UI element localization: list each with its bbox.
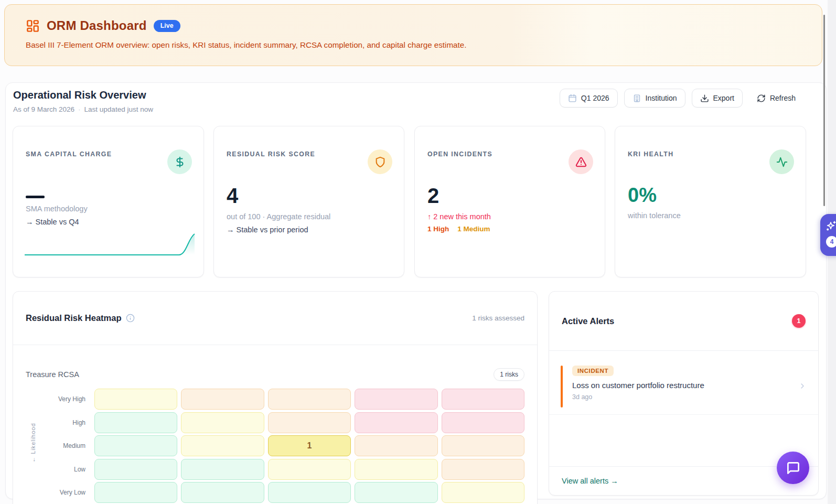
export-button[interactable]: Export [692, 89, 743, 108]
alerts-title: Active Alerts [562, 316, 614, 326]
heatmap-row: Very Low [26, 482, 524, 503]
heatmap-cell[interactable] [442, 435, 524, 456]
section-title: Operational Risk Overview [13, 89, 146, 101]
row-label: Very High [26, 389, 91, 410]
heatmap-cell[interactable] [442, 412, 524, 433]
kpi-value: 2 [427, 185, 593, 206]
heatmap-cell[interactable] [268, 482, 351, 503]
page-title: ORM Dashboard [47, 18, 147, 33]
heatmap-row: High [26, 412, 524, 433]
heatmap-cell[interactable] [94, 412, 177, 433]
kpi-trend: → Stable vs prior period [227, 226, 392, 234]
heatmap-cell[interactable] [442, 482, 524, 503]
live-badge: Live [154, 20, 180, 32]
triangle-alert-icon [569, 149, 593, 174]
institution-filter-button[interactable]: Institution [624, 89, 685, 108]
layout-dashboard-icon [26, 19, 40, 33]
kpi-value: 0% [628, 185, 794, 205]
view-all-alerts-link[interactable]: View all alerts → [562, 477, 618, 485]
building-icon [633, 94, 641, 103]
kpi-trend: → Stable vs Q4 [26, 218, 192, 226]
risks-assessed-count: 1 risks assessed [472, 314, 524, 322]
section-subtitle: As of 9 March 2026·Last updated just now [13, 105, 153, 113]
assistant-notification-badge: 4 [826, 236, 836, 248]
heatmap-cell[interactable] [94, 435, 177, 456]
rcsa-group-label: Treasure RCSA [26, 370, 79, 379]
medium-severity-count: 1 Medium [457, 225, 490, 233]
as-of-date: As of 9 March 2026 [13, 105, 74, 113]
kpi-new-this-month: ↑ 2 new this month [427, 212, 593, 221]
shield-icon [368, 149, 392, 174]
heatmap-cell[interactable] [181, 459, 264, 480]
kpi-severity-breakdown: 1 High1 Medium [427, 225, 593, 233]
row-label: High [26, 412, 91, 433]
kpi-label: RESIDUAL RISK SCORE [227, 151, 392, 158]
alert-list-item[interactable]: INCIDENT Loss on customer portfolio rest… [549, 359, 818, 415]
heatmap-cell[interactable] [268, 459, 351, 480]
heatmap-cell[interactable] [181, 412, 264, 433]
heatmap-cell[interactable] [268, 389, 351, 410]
refresh-icon [757, 94, 766, 103]
kpi-value-dash [26, 196, 45, 198]
kpi-card-sma-capital-charge: SMA CAPITAL CHARGE SMA methodology → Sta… [13, 126, 204, 277]
row-label: Very Low [26, 482, 91, 503]
chat-launcher-button[interactable] [777, 452, 809, 484]
heatmap-cell[interactable] [355, 482, 437, 503]
calendar-icon [568, 94, 577, 103]
heatmap-cell[interactable] [355, 412, 437, 433]
kpi-label: OPEN INCIDENTS [427, 151, 593, 158]
sparkline-chart [24, 232, 196, 257]
residual-risk-heatmap-panel: Residual Risk Heatmap 1 risks assessed T… [13, 291, 538, 504]
message-square-icon [786, 461, 800, 475]
heatmap-cell[interactable] [94, 482, 177, 503]
heatmap-cell[interactable] [355, 459, 437, 480]
download-icon [700, 94, 709, 103]
heatmap-grid: Very High High Medium 1 Low [26, 389, 524, 504]
heatmap-title: Residual Risk Heatmap [26, 313, 121, 323]
alerts-count-badge: 1 [792, 314, 806, 328]
heatmap-cell[interactable] [442, 389, 524, 410]
sparkles-icon [824, 220, 836, 233]
alert-timestamp: 3d ago [572, 393, 806, 401]
heatmap-cell[interactable] [94, 459, 177, 480]
heatmap-cell[interactable] [94, 389, 177, 410]
row-label: Medium [26, 435, 91, 456]
kpi-card-kri-health: KRI HEALTH 0% within tolerance [615, 126, 806, 277]
scrollbar-thumb[interactable] [823, 15, 825, 206]
heatmap-cell[interactable] [442, 459, 524, 480]
period-filter-button[interactable]: Q1 2026 [560, 89, 618, 108]
chevron-right-icon [798, 382, 807, 392]
info-icon[interactable] [126, 314, 135, 323]
heatmap-cell[interactable] [355, 435, 437, 456]
heatmap-cell-highlighted[interactable]: 1 [268, 435, 351, 456]
activity-icon [769, 149, 794, 174]
heatmap-cell[interactable] [181, 482, 264, 503]
heatmap-cell[interactable] [268, 412, 351, 433]
high-severity-count: 1 High [427, 225, 449, 233]
rcsa-group-risk-badge: 1 risks [494, 368, 524, 381]
heatmap-cell[interactable] [181, 435, 264, 456]
heatmap-cell[interactable] [181, 389, 264, 410]
row-label: Low [26, 459, 91, 480]
refresh-button[interactable]: Refresh [749, 89, 803, 108]
kpi-label: KRI HEALTH [628, 151, 794, 158]
alert-title: Loss on customer portfolio restructure [572, 381, 806, 390]
heatmap-cell[interactable] [355, 389, 437, 410]
dollar-sign-icon [167, 149, 192, 174]
assistant-edge-widget[interactable]: 4 [820, 214, 836, 256]
kpi-card-open-incidents: OPEN INCIDENTS 2 ↑ 2 new this month 1 Hi… [414, 126, 605, 277]
heatmap-row: Medium 1 [26, 435, 524, 456]
banner-description: Basel III 7-Element ORM overview: open r… [26, 40, 801, 49]
last-updated: Last updated just now [84, 105, 153, 113]
alert-accent-bar [561, 366, 563, 408]
toolbar: Q1 2026 Institution Export Refresh [560, 89, 803, 108]
kpi-sub: within tolerance [628, 211, 794, 220]
alert-type-badge: INCIDENT [572, 366, 614, 376]
kpi-sub: out of 100 · Aggregate residual [227, 212, 392, 221]
kpi-label: SMA CAPITAL CHARGE [26, 151, 192, 158]
heatmap-row: Low [26, 459, 524, 480]
dashboard-banner: ORM Dashboard Live Basel III 7-Element O… [4, 4, 822, 66]
kpi-value: 4 [227, 185, 392, 206]
heatmap-row: Very High [26, 389, 524, 410]
kpi-sub: SMA methodology [26, 205, 192, 213]
